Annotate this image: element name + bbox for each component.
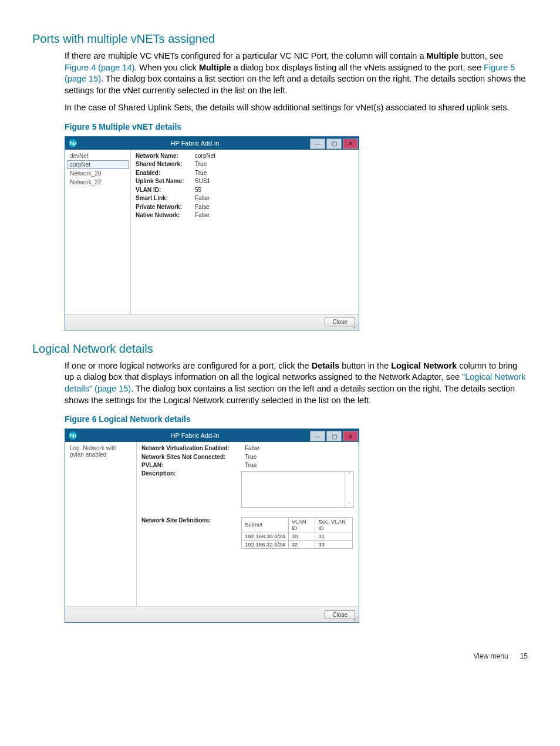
text: If one or more logical networks are conf… bbox=[65, 361, 312, 370]
label: Enabled: bbox=[136, 169, 191, 178]
link-figure4[interactable]: Figure 4 (page 14) bbox=[65, 63, 134, 72]
vnet-list[interactable]: devNet corpNet Network_20 Network_22 bbox=[65, 150, 131, 314]
col-secvlanid: Sec. VLAN ID bbox=[315, 517, 353, 532]
list-item[interactable]: Network_22 bbox=[67, 178, 129, 187]
col-vlanid: VLAN ID bbox=[288, 517, 315, 532]
close-icon[interactable]: ✕ bbox=[343, 139, 358, 149]
list-item[interactable]: devNet bbox=[67, 151, 129, 160]
footer-section: View menu bbox=[473, 652, 508, 660]
window-title: HP Fabric Add-in bbox=[80, 432, 309, 439]
label: Network Sites Not Connected: bbox=[141, 453, 241, 462]
value: True bbox=[195, 160, 207, 169]
text-bold-details: Details bbox=[312, 361, 340, 370]
label: Smart Link: bbox=[136, 194, 191, 203]
label: Network Virtualization Enabled: bbox=[141, 444, 241, 453]
text-bold-logical-network: Logical Network bbox=[391, 361, 457, 370]
footer-page-number: 15 bbox=[520, 652, 528, 660]
scrollbar[interactable]: ˄˅ bbox=[345, 472, 353, 507]
scroll-up-icon[interactable]: ˄ bbox=[348, 472, 350, 477]
list-item[interactable]: Log. Network with pvlan enabled bbox=[67, 444, 134, 459]
scroll-down-icon[interactable]: ˅ bbox=[348, 502, 350, 507]
window-footer: Close bbox=[65, 606, 359, 622]
label: Network Name: bbox=[136, 152, 191, 161]
label: Private Network: bbox=[136, 203, 191, 212]
heading-ports-multiple-vnets: Ports with multiple vNETs assigned bbox=[32, 32, 528, 46]
label: Shared Network: bbox=[136, 160, 191, 169]
text: If there are multiple VC vNETs configure… bbox=[65, 51, 427, 60]
hp-logo-icon: hp bbox=[69, 431, 77, 440]
value: False bbox=[245, 444, 259, 453]
label-nsd: Network Site Definitions: bbox=[141, 517, 241, 524]
value: corpNet bbox=[195, 152, 215, 161]
label: PVLAN: bbox=[141, 461, 241, 470]
minimize-icon[interactable]: — bbox=[310, 431, 325, 441]
value: True bbox=[195, 169, 207, 178]
cell: 192.168.32.0/24 bbox=[242, 540, 289, 548]
value: True bbox=[245, 461, 257, 470]
close-button[interactable]: Close bbox=[325, 610, 355, 619]
text-bold-multiple2: Multiple bbox=[199, 63, 231, 72]
text-bold-multiple: Multiple bbox=[427, 51, 459, 60]
para-sec1-2: In the case of Shared Uplink Sets, the d… bbox=[65, 102, 528, 114]
logical-network-list[interactable]: Log. Network with pvlan enabled bbox=[65, 442, 137, 606]
description-textbox[interactable]: ˄˅ bbox=[241, 471, 354, 508]
cell: 192.168.30.0/24 bbox=[242, 532, 289, 540]
value: False bbox=[195, 211, 209, 220]
text: . The dialog box contains a list section… bbox=[65, 384, 515, 405]
close-icon[interactable]: ✕ bbox=[343, 431, 358, 441]
text: button, see bbox=[458, 51, 503, 60]
cell: 33 bbox=[315, 540, 353, 548]
list-item[interactable]: corpNet bbox=[67, 160, 129, 169]
titlebar: hp HP Fabric Add-in — ▢ ✕ bbox=[65, 429, 359, 442]
text: button in the bbox=[339, 361, 391, 370]
text: . The dialog box contains a list section… bbox=[65, 74, 525, 95]
maximize-icon[interactable]: ▢ bbox=[326, 139, 342, 149]
label: VLAN ID: bbox=[136, 186, 191, 195]
heading-logical-network-details: Logical Network details bbox=[32, 342, 528, 356]
titlebar: hp HP Fabric Add-in — ▢ ✕ bbox=[65, 137, 359, 150]
value: SUS1 bbox=[195, 177, 210, 186]
col-subnet: Subnet bbox=[242, 517, 289, 532]
table-row: 192.168.30.0/24 30 31 bbox=[242, 532, 353, 540]
value: False bbox=[195, 203, 209, 212]
para-sec2-1: If one or more logical networks are conf… bbox=[65, 360, 528, 406]
list-item[interactable]: Network_20 bbox=[67, 169, 129, 178]
hp-logo-icon: hp bbox=[69, 139, 77, 147]
vnet-details: Network Name:corpNet Shared Network:True… bbox=[131, 150, 359, 314]
window-title: HP Fabric Add-in bbox=[80, 140, 309, 147]
para-sec1-1: If there are multiple VC vNETs configure… bbox=[65, 50, 528, 96]
close-button[interactable]: Close bbox=[325, 318, 355, 326]
maximize-icon[interactable]: ▢ bbox=[326, 431, 342, 441]
cell: 31 bbox=[315, 532, 353, 540]
figure5-caption: Figure 5 Multiple vNET details bbox=[65, 122, 528, 131]
text: . When you click bbox=[134, 63, 199, 72]
figure6-window: hp HP Fabric Add-in — ▢ ✕ Log. Network w… bbox=[65, 428, 359, 623]
window-footer: Close bbox=[65, 314, 359, 330]
value: False bbox=[195, 194, 209, 203]
figure6-caption: Figure 6 Logical Network details bbox=[65, 414, 528, 424]
label: Native Network: bbox=[136, 211, 191, 220]
cell: 32 bbox=[288, 540, 315, 548]
logical-network-details: Network Virtualization Enabled:False Net… bbox=[137, 442, 359, 606]
label-description: Description: bbox=[141, 470, 241, 477]
label: Uplink Set Name: bbox=[136, 177, 191, 186]
figure5-window: hp HP Fabric Add-in — ▢ ✕ devNet corpNet… bbox=[65, 136, 359, 330]
page-footer: View menu 15 bbox=[65, 634, 528, 660]
table-row: Subnet VLAN ID Sec. VLAN ID bbox=[242, 517, 353, 532]
table-row: 192.168.32.0/24 32 33 bbox=[242, 540, 353, 548]
minimize-icon[interactable]: — bbox=[310, 139, 325, 149]
value: True bbox=[245, 453, 257, 462]
network-site-table: Subnet VLAN ID Sec. VLAN ID 192.168.30.0… bbox=[241, 517, 353, 549]
cell: 30 bbox=[288, 532, 315, 540]
value: 55 bbox=[195, 186, 201, 195]
text: a dialog box displays listing all the vN… bbox=[231, 63, 484, 72]
